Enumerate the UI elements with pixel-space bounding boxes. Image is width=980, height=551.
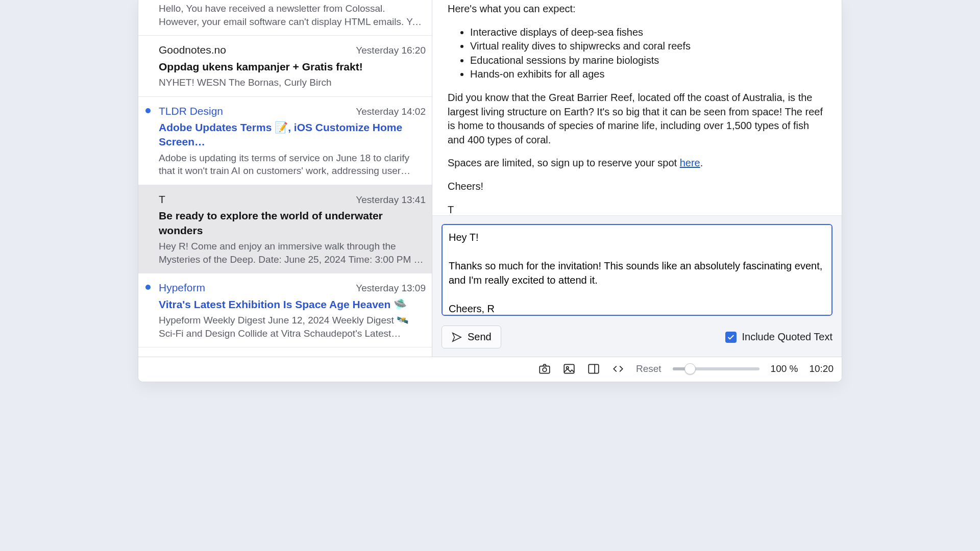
include-quoted-checkbox[interactable]: Include Quoted Text bbox=[725, 330, 832, 344]
body-list-item: Hands-on exhibits for all ages bbox=[470, 67, 826, 82]
unread-dot-icon bbox=[145, 285, 151, 290]
send-icon bbox=[451, 332, 462, 343]
message-sender: The Hustle bbox=[159, 355, 211, 357]
body-list-item: Virtual reality dives to shipwrecks and … bbox=[470, 39, 826, 54]
message-sender: TLDR Design bbox=[159, 104, 223, 118]
svg-rect-2 bbox=[564, 364, 574, 373]
compose-area: Send Include Quoted Text bbox=[432, 215, 842, 357]
message-preview: Hey R! Come and enjoy an immersive walk … bbox=[159, 240, 426, 266]
app-window: Hello, You have received a newsletter fr… bbox=[138, 0, 842, 382]
reply-input[interactable] bbox=[442, 224, 832, 316]
code-icon[interactable] bbox=[611, 362, 625, 375]
message-time: Yesterday 16:20 bbox=[356, 44, 426, 57]
body-paragraph: Spaces are limited, so sign up to reserv… bbox=[448, 156, 826, 170]
message-preview: Adobe is updating its terms of service o… bbox=[159, 152, 426, 178]
list-item[interactable]: The Hustle Yesterday 12:58 🩹 Band-Aid wi… bbox=[138, 347, 432, 357]
body-signature: T bbox=[448, 203, 826, 215]
svg-point-1 bbox=[543, 368, 547, 372]
body-list: Interactive displays of deep-sea fishes … bbox=[448, 26, 826, 82]
slider-knob-icon[interactable] bbox=[684, 363, 696, 374]
svg-rect-4 bbox=[589, 364, 599, 373]
clock: 10:20 bbox=[809, 362, 834, 375]
zoom-percent: 100 % bbox=[771, 362, 798, 375]
checkbox-icon bbox=[725, 332, 737, 343]
signup-link[interactable]: here bbox=[680, 157, 700, 168]
message-time: Yesterday 14:02 bbox=[356, 105, 426, 118]
list-item[interactable]: T Yesterday 13:41 Be ready to explore th… bbox=[138, 185, 432, 273]
compose-actions: Send Include Quoted Text bbox=[442, 325, 832, 348]
message-body: Here's what you can expect: Interactive … bbox=[432, 0, 842, 215]
message-time: Yesterday 13:09 bbox=[356, 282, 426, 295]
camera-icon[interactable] bbox=[538, 362, 551, 375]
body-list-item: Interactive displays of deep-sea fishes bbox=[470, 26, 826, 40]
message-subject: Vitra's Latest Exhibition Is Space Age H… bbox=[159, 297, 426, 312]
layout-icon[interactable] bbox=[587, 362, 600, 375]
message-time: Yesterday 12:58 bbox=[356, 356, 426, 357]
svg-rect-0 bbox=[540, 366, 550, 373]
main-split: Hello, You have received a newsletter fr… bbox=[138, 0, 842, 357]
message-preview: Hypeform Weekly Digest June 12, 2024 Wee… bbox=[159, 314, 426, 340]
body-paragraph: Did you know that the Great Barrier Reef… bbox=[448, 91, 826, 147]
list-item[interactable]: Hello, You have received a newsletter fr… bbox=[138, 2, 432, 36]
body-list-item: Educational sessions by marine biologist… bbox=[470, 54, 826, 68]
message-preview: NYHET! WESN The Bornas, Curly Birch bbox=[159, 76, 426, 89]
image-icon[interactable] bbox=[562, 362, 576, 375]
statusbar: Reset 100 % 10:20 bbox=[138, 357, 842, 382]
unread-dot-icon bbox=[145, 108, 151, 113]
message-subject: Be ready to explore the world of underwa… bbox=[159, 209, 426, 238]
list-item[interactable]: Goodnotes.no Yesterday 16:20 Oppdag uken… bbox=[138, 36, 432, 96]
message-list: Hello, You have received a newsletter fr… bbox=[138, 0, 432, 357]
list-item[interactable]: TLDR Design Yesterday 14:02 Adobe Update… bbox=[138, 97, 432, 185]
body-paragraph: Cheers! bbox=[448, 180, 826, 194]
reset-button[interactable]: Reset bbox=[636, 362, 662, 375]
message-sender: T bbox=[159, 192, 165, 207]
message-preview: Hello, You have received a newsletter fr… bbox=[159, 2, 426, 28]
message-sender: Hypeform bbox=[159, 281, 205, 295]
send-button[interactable]: Send bbox=[442, 325, 501, 348]
message-sender: Goodnotes.no bbox=[159, 43, 226, 57]
zoom-slider[interactable] bbox=[673, 367, 760, 370]
message-subject: Oppdag ukens kampanjer + Gratis frakt! bbox=[159, 60, 426, 74]
reader-pane: Here's what you can expect: Interactive … bbox=[432, 0, 842, 357]
message-subject: Adobe Updates Terms 📝, iOS Customize Hom… bbox=[159, 120, 426, 149]
message-time: Yesterday 13:41 bbox=[356, 193, 426, 207]
list-item[interactable]: Hypeform Yesterday 13:09 Vitra's Latest … bbox=[138, 273, 432, 347]
body-paragraph: Here's what you can expect: bbox=[448, 2, 826, 16]
